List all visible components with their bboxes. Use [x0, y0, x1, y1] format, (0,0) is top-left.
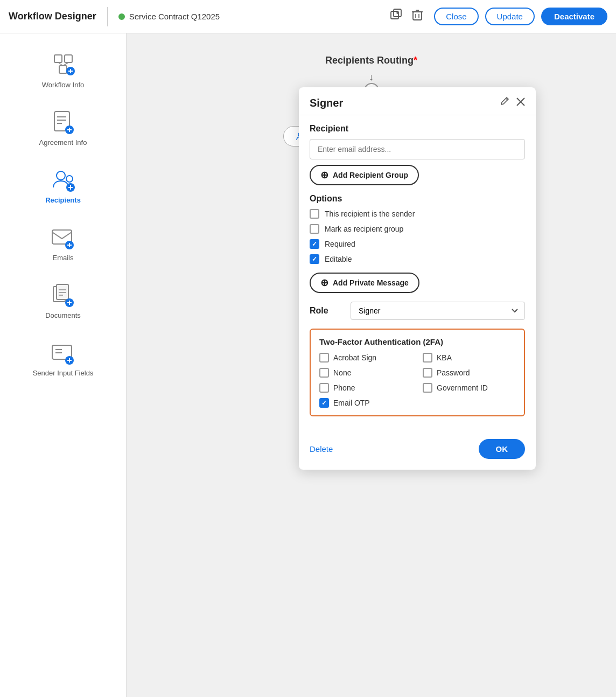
option-required-row: Required — [310, 239, 525, 249]
close-button[interactable]: Close — [434, 8, 478, 25]
popup-footer: Delete OK — [299, 434, 536, 459]
workflow-info-icon — [50, 52, 76, 78]
popup-close-button[interactable] — [516, 97, 525, 109]
routing-asterisk: * — [414, 55, 417, 66]
sidebar-label-sender-input-fields: Sender Input Fields — [33, 369, 94, 377]
duplicate-icon — [390, 9, 403, 21]
role-select[interactable]: Signer Approver CC Acceptor Form Filler — [351, 302, 525, 320]
popup-body: Recipient ⊕ Add Recipient Group Options … — [299, 115, 536, 434]
email-input[interactable] — [310, 139, 525, 159]
tfa-option-kba: KBA — [423, 353, 515, 363]
checkbox-sender[interactable] — [310, 209, 319, 219]
popup-edit-button[interactable] — [500, 97, 510, 109]
close-icon — [516, 97, 525, 106]
svg-rect-10 — [65, 55, 72, 62]
tfa-label-government-id: Government ID — [437, 384, 488, 392]
tfa-checkbox-acrobat-sign[interactable] — [319, 353, 329, 363]
tfa-checkbox-kba[interactable] — [423, 353, 432, 363]
sidebar-label-agreement-info: Agreement Info — [39, 138, 87, 147]
tfa-label-password: Password — [437, 368, 470, 377]
option-group-row: Mark as recipient group — [310, 224, 525, 234]
tfa-option-none: None — [319, 368, 412, 378]
tfa-title: Two-Factor Authentication (2FA) — [319, 337, 515, 346]
sidebar-label-documents: Documents — [45, 311, 81, 319]
tfa-checkbox-none[interactable] — [319, 368, 329, 378]
tfa-grid: Acrobat Sign KBA None — [319, 353, 515, 408]
workflow-status: Service Contract Q12025 — [118, 12, 220, 21]
tfa-option-acrobat-sign: Acrobat Sign — [319, 353, 412, 363]
tfa-checkbox-password[interactable] — [423, 368, 432, 378]
status-dot — [118, 13, 125, 20]
add-msg-icon: ⊕ — [320, 277, 328, 289]
tfa-label-acrobat-sign: Acrobat Sign — [333, 353, 376, 362]
app-title: Workflow Designer — [9, 11, 96, 22]
header-divider — [107, 7, 108, 26]
signer-popup: Signer — [299, 87, 536, 470]
popup-title: Signer — [310, 97, 500, 109]
sidebar-label-recipients: Recipients — [45, 196, 81, 204]
recipient-label: Recipient — [310, 124, 525, 134]
svg-point-25 — [66, 176, 73, 182]
sidebar-item-recipients[interactable]: Recipients — [0, 159, 126, 212]
update-button[interactable]: Update — [485, 8, 535, 25]
signer-popup-overlay: Signer — [299, 87, 536, 470]
tfa-label-kba: KBA — [437, 353, 452, 362]
svg-rect-11 — [59, 66, 67, 73]
tfa-checkbox-phone[interactable] — [319, 383, 329, 393]
main-layout: Workflow Info Agreement Info — [0, 33, 616, 697]
emails-icon — [50, 225, 76, 250]
tfa-checkbox-email-otp[interactable] — [319, 398, 329, 408]
role-row: Role Signer Approver CC Acceptor Form Fi… — [310, 302, 525, 320]
sidebar-item-workflow-info[interactable]: Workflow Info — [0, 44, 126, 96]
status-name: Service Contract Q12025 — [129, 12, 220, 21]
options-section: Options This recipient is the sender Mar… — [310, 194, 525, 264]
recipients-icon — [50, 167, 76, 193]
tfa-label-none: None — [333, 368, 351, 377]
sidebar-label-emails: Emails — [52, 254, 73, 262]
deactivate-button[interactable]: Deactivate — [541, 8, 607, 25]
tfa-option-phone: Phone — [319, 383, 412, 393]
role-label: Role — [310, 306, 342, 316]
add-recipient-group-button[interactable]: ⊕ Add Recipient Group — [310, 165, 419, 185]
checkbox-editable[interactable] — [310, 254, 319, 264]
ok-button[interactable]: OK — [479, 439, 526, 459]
tfa-label-phone: Phone — [333, 384, 355, 392]
popup-header-icons — [500, 97, 525, 109]
checkbox-group[interactable] — [310, 224, 319, 234]
flow-arrow-down: ↓ — [369, 72, 374, 83]
tfa-section: Two-Factor Authentication (2FA) Acrobat … — [310, 329, 525, 416]
header-icon-group — [390, 9, 423, 24]
popup-header: Signer — [299, 87, 536, 115]
edit-icon — [500, 97, 510, 107]
checkbox-required[interactable] — [310, 239, 319, 249]
delete-icon-btn[interactable] — [411, 9, 423, 24]
add-private-message-label: Add Private Message — [333, 278, 409, 287]
svg-rect-4 — [413, 12, 422, 20]
svg-rect-34 — [57, 284, 68, 299]
option-editable-row: Editable — [310, 254, 525, 264]
option-sender-row: This recipient is the sender — [310, 209, 525, 219]
add-group-label: Add Recipient Group — [333, 171, 408, 179]
documents-icon — [50, 282, 76, 308]
options-label: Options — [310, 194, 525, 204]
header: Workflow Designer Service Contract Q1202… — [0, 0, 616, 33]
sidebar-label-workflow-info: Workflow Info — [42, 81, 85, 89]
sidebar-item-sender-input-fields[interactable]: Sender Input Fields — [0, 332, 126, 385]
option-editable-label: Editable — [325, 255, 352, 263]
svg-point-24 — [57, 171, 65, 180]
svg-rect-9 — [54, 55, 62, 62]
sidebar-item-agreement-info[interactable]: Agreement Info — [0, 102, 126, 154]
add-private-message-button[interactable]: ⊕ Add Private Message — [310, 273, 419, 293]
trash-icon — [411, 9, 423, 22]
sender-input-fields-icon — [50, 340, 76, 366]
sidebar-item-emails[interactable]: Emails — [0, 217, 126, 269]
tfa-label-email-otp: Email OTP — [333, 399, 370, 407]
sidebar-item-documents[interactable]: Documents — [0, 275, 126, 327]
option-group-label: Mark as recipient group — [325, 225, 403, 233]
delete-button[interactable]: Delete — [310, 444, 333, 454]
tfa-option-email-otp: Email OTP — [319, 398, 412, 408]
tfa-option-password: Password — [423, 368, 515, 378]
duplicate-icon-btn[interactable] — [390, 9, 403, 24]
tfa-checkbox-government-id[interactable] — [423, 383, 432, 393]
agreement-info-icon — [50, 109, 76, 135]
